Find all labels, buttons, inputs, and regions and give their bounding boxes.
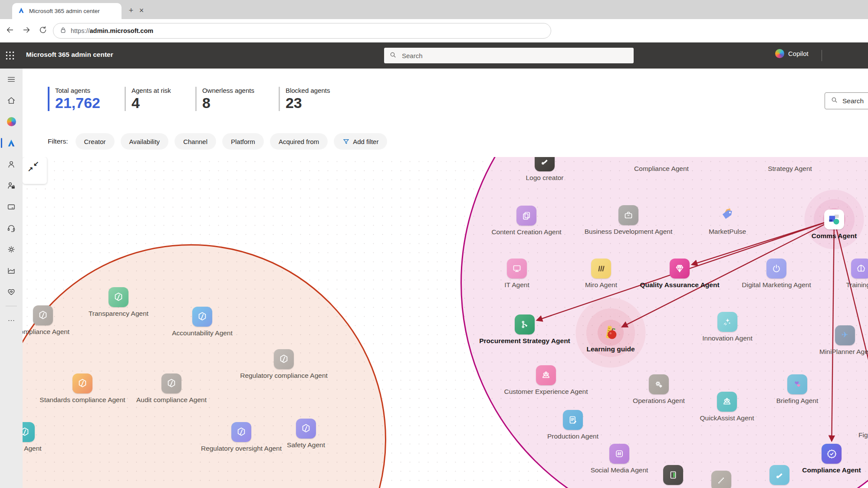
waffle-icon[interactable] <box>4 50 16 61</box>
edge-comms-compliance-bottom <box>832 219 834 441</box>
agent-node-standards-compliance[interactable] <box>72 373 92 393</box>
copilot-button[interactable]: Copilot <box>775 49 809 58</box>
agent-label-compliance-left: compliance Agent <box>23 328 69 336</box>
stat-total-agents[interactable]: Total agents21,762 <box>48 87 100 111</box>
sidebar-item-copilot[interactable] <box>0 111 23 132</box>
agent-label-social: Social Media Agent <box>591 466 648 474</box>
collapse-icon: ↗ <box>28 165 33 173</box>
agent-node-content-creation[interactable] <box>516 206 536 226</box>
agent-node-learning[interactable] <box>601 323 621 343</box>
hexcode-icon <box>113 291 124 303</box>
agent-node-logo-creator[interactable] <box>535 157 555 171</box>
agent-node-social[interactable] <box>609 444 629 464</box>
pencil-icon <box>539 157 550 167</box>
sidebar-item-billing[interactable] <box>0 196 23 217</box>
chart-icon <box>7 266 16 275</box>
sidebar-item-users[interactable] <box>0 154 23 175</box>
agent-node-door-node[interactable] <box>663 465 683 485</box>
agent-node-miro[interactable] <box>591 259 611 278</box>
hexcode-icon <box>278 354 289 365</box>
agent-node-customer-exp[interactable] <box>536 365 556 385</box>
agent-node-audit-compliance[interactable] <box>161 373 181 393</box>
git-icon <box>519 319 530 330</box>
back-icon[interactable] <box>5 25 16 36</box>
agent-label-content-creation: Content Creation Agent <box>491 228 561 236</box>
sidebar-item-settings[interactable] <box>0 239 23 260</box>
door-icon <box>668 470 678 480</box>
filter-pill-availability[interactable]: Availability <box>121 134 168 149</box>
close-tab-button[interactable]: × <box>135 4 148 16</box>
agent-node-briefing[interactable] <box>787 374 807 394</box>
agent-label-regulatory-compliance: Regulatory compliance Agent <box>240 372 328 380</box>
global-search-input[interactable] <box>401 52 628 60</box>
edge-comms-fig <box>834 219 868 407</box>
agent-node-digital-marketing[interactable] <box>766 259 786 278</box>
stat-agents-at-risk[interactable]: Agents at risk4 <box>125 87 171 111</box>
sparkles-icon <box>722 317 733 327</box>
agent-node-innovation[interactable] <box>717 312 737 332</box>
ellipsis-icon <box>7 316 16 325</box>
agent-node-safety[interactable] <box>296 419 316 439</box>
agent-node-comms[interactable] <box>824 210 844 229</box>
browser-tab[interactable]: Microsoft 365 admin center <box>12 3 122 19</box>
agents-search-label: Search <box>842 97 864 105</box>
gears-icon <box>654 379 664 390</box>
sidebar-item-more[interactable] <box>0 310 23 331</box>
agent-node-regulatory-oversight[interactable] <box>231 422 251 442</box>
agent-label-learning: Learning guide <box>586 345 635 353</box>
agent-node-it[interactable] <box>507 259 527 278</box>
stat-ownerless-agents[interactable]: Ownerless agents8 <box>195 87 254 111</box>
agent-node-qa[interactable] <box>670 259 690 278</box>
person-icon <box>7 160 16 169</box>
filter-pill-channel[interactable]: Channel <box>175 134 216 149</box>
agent-label-transparency: Transparency Agent <box>89 310 148 318</box>
sidebar-item-health[interactable] <box>0 281 23 302</box>
tab-title: Microsoft 365 admin center <box>29 8 100 14</box>
agent-node-chart-node[interactable] <box>711 471 731 488</box>
sidebar-item-home[interactable] <box>0 90 23 111</box>
collapse-button[interactable]: ↙ ↗ <box>23 157 47 184</box>
agent-node-ffairs[interactable] <box>23 422 35 442</box>
stat-blocked-agents[interactable]: Blocked agents23 <box>279 87 330 111</box>
agent-node-quickassist[interactable] <box>717 392 737 412</box>
agents-search-button[interactable]: Search <box>825 92 868 109</box>
sidebar-item-agents[interactable] <box>0 132 23 154</box>
agent-node-training[interactable] <box>851 259 868 278</box>
agent-node-pencil-node[interactable] <box>769 465 789 485</box>
sidebar-item-support[interactable] <box>0 217 23 239</box>
agent-label-comms: Comms Agent <box>812 232 857 240</box>
agent-label-business-dev: Business Development Agent <box>585 228 672 236</box>
app-title: Microsoft 365 admin center <box>26 51 113 59</box>
filter-pill-acquired-from[interactable]: Acquired from <box>270 134 327 149</box>
sidebar-item-menu[interactable] <box>0 69 23 90</box>
agent-node-marketpulse[interactable] <box>717 205 737 225</box>
agent-node-transparency[interactable] <box>108 287 128 307</box>
agent-node-business-dev[interactable] <box>618 205 638 225</box>
gear-icon <box>7 245 16 254</box>
filter-pill-platform[interactable]: Platform <box>223 134 263 149</box>
agent-label-accountability: Accountability Agent <box>172 329 233 337</box>
agent-label-innovation: Innovation Agent <box>702 334 753 342</box>
sidebar-item-reports[interactable] <box>0 260 23 281</box>
person-briefcase-icon <box>7 181 16 190</box>
agent-node-regulatory-compliance[interactable] <box>274 349 294 369</box>
global-search-box[interactable] <box>384 48 634 63</box>
reload-icon[interactable] <box>38 25 49 36</box>
agent-node-accountability[interactable] <box>192 307 212 327</box>
agent-node-procurement[interactable] <box>515 314 535 334</box>
agent-map-canvas[interactable]: compliance AgentTransparency AgentAccoun… <box>23 157 868 488</box>
add-filter-button[interactable]: Add filter <box>334 134 387 149</box>
stat-value: 21,762 <box>55 95 100 111</box>
search-icon <box>831 96 838 105</box>
forward-icon[interactable] <box>22 25 33 36</box>
agent-node-compliance-bottom[interactable] <box>822 444 842 464</box>
address-bar[interactable]: https:// admin.microsoft.com <box>53 23 551 39</box>
agent-node-compliance-left[interactable] <box>33 305 53 325</box>
filter-pill-creator[interactable]: Creator <box>76 134 114 149</box>
card-icon <box>7 202 16 212</box>
agent-node-production[interactable] <box>563 410 583 430</box>
agent-node-miniplanner[interactable]: ✈ <box>835 325 855 345</box>
agent-node-operations[interactable] <box>649 374 669 394</box>
agent-label-briefing: Briefing Agent <box>776 397 819 405</box>
sidebar-item-roles[interactable] <box>0 175 23 196</box>
